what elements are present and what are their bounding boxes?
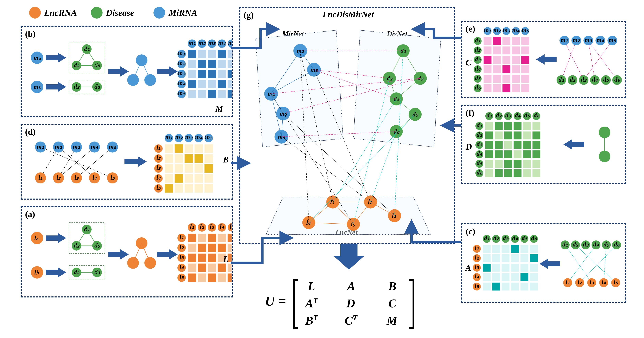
svg-text:m₃: m₃ [178,70,186,77]
svg-rect-61 [198,70,206,78]
svg-rect-350 [521,84,530,92]
svg-marker-441 [564,139,584,149]
svg-text:m₅: m₅ [609,37,616,44]
svg-marker-352 [536,54,556,65]
svg-text:d₃: d₃ [94,269,100,275]
panel-c-label: (c) [466,226,475,236]
svg-text:LncDisMirNet: LncDisMirNet [322,10,374,19]
svg-rect-74 [227,89,232,98]
svg-rect-57 [208,60,216,69]
svg-text:l₄: l₄ [92,174,97,181]
svg-text:D: D [466,142,472,151]
svg-line-13 [76,49,87,65]
panel-b-label: (b) [25,29,36,39]
svg-marker-5 [46,82,66,92]
svg-rect-411 [494,131,503,140]
svg-text:m₄: m₄ [512,27,520,34]
svg-rect-467 [482,245,491,253]
svg-rect-407 [513,122,522,130]
svg-rect-135 [184,164,193,173]
svg-text:m₂: m₂ [178,60,186,67]
svg-text:m₅: m₅ [522,27,529,34]
svg-text:m₁: m₁ [37,143,44,150]
svg-marker-526 [334,244,364,270]
svg-rect-426 [523,150,531,158]
svg-rect-336 [483,65,492,74]
panel-f-svg: d₁d₂d₃d₄d₅d₆d₁d₂d₃d₄d₅d₆ D [462,106,625,183]
panel-f: (f) d₁d₂d₃d₄d₅d₆d₁d₂d₃d₄d₅d₆ D [461,105,626,184]
svg-text:d₂: d₂ [494,235,499,241]
svg-rect-50 [188,50,196,59]
svg-text:d₅: d₅ [604,241,609,248]
svg-marker-102 [124,156,147,167]
svg-line-353 [588,41,617,80]
svg-rect-481 [501,263,510,272]
svg-rect-425 [513,150,522,158]
svg-text:d₃: d₃ [94,83,100,90]
svg-rect-477 [520,254,528,262]
svg-text:d₁: d₁ [475,37,480,44]
svg-rect-207 [218,243,226,252]
svg-text:d₄: d₄ [394,95,400,102]
panel-c: (c) d₁d₂d₃d₄d₅d₆l₁l₂l₃l₄l₅ A d₁d₂d₃d₄d₅d… [461,223,626,303]
svg-text:m₃: m₃ [208,39,216,46]
svg-rect-342 [493,75,501,83]
svg-rect-217 [218,263,226,272]
svg-text:d₁: d₁ [486,112,492,119]
svg-text:A: A [346,280,355,293]
svg-rect-70 [188,89,196,98]
legend-mir-label: MiRNA [168,8,197,18]
panel-a-label: (a) [25,209,35,219]
svg-text:d₂: d₂ [475,46,481,53]
svg-rect-206 [208,243,216,252]
svg-rect-221 [208,273,216,282]
svg-rect-202 [218,233,226,242]
svg-rect-416 [485,141,494,149]
panel-a-svg: lₐ l♭ d₁ d₂ d₅ d₂ d₃ l₁l₂l₃l₄l₅l₁l₂l₃l₄l… [22,207,232,296]
svg-marker-4 [46,53,66,63]
svg-rect-483 [520,263,528,272]
svg-rect-334 [512,56,520,64]
svg-rect-428 [485,159,494,168]
svg-rect-348 [502,84,510,92]
svg-text:l₄: l₄ [475,273,479,280]
svg-marker-178 [157,249,178,260]
svg-rect-209 [188,253,196,262]
svg-rect-218 [227,263,232,272]
svg-text:l₁: l₁ [190,223,194,230]
svg-rect-53 [218,50,226,59]
svg-rect-72 [208,89,216,98]
svg-rect-347 [493,84,501,92]
svg-text:m₄: m₄ [218,39,226,46]
svg-rect-437 [513,169,522,178]
svg-text:m₅: m₅ [178,90,186,97]
svg-text:d₅: d₅ [477,159,482,166]
svg-rect-327 [493,46,501,55]
svg-rect-422 [485,150,494,158]
svg-rect-344 [512,75,520,83]
svg-rect-62 [208,70,216,78]
svg-text:m₂: m₂ [493,27,501,34]
svg-rect-438 [523,169,531,178]
svg-rect-341 [483,75,492,83]
svg-text:l₁: l₁ [180,234,184,240]
svg-rect-133 [164,164,173,173]
svg-text:d₆: d₆ [614,241,620,248]
svg-text:d₄: d₄ [477,150,482,157]
legend-disease: Disease [91,7,134,19]
svg-text:l₅: l₅ [230,223,232,230]
svg-line-162 [76,229,87,246]
svg-text:m₂: m₂ [198,39,206,46]
panel-d-label: (d) [25,127,36,137]
svg-text:l₂: l₂ [180,244,184,250]
svg-text:d₄: d₄ [592,76,598,83]
svg-text:d₃: d₃ [503,235,509,241]
svg-text:C: C [388,297,396,310]
svg-rect-337 [493,65,501,74]
svg-text:l₄: l₄ [602,279,606,286]
svg-rect-491 [482,282,491,291]
svg-text:m₂: m₂ [573,37,580,44]
svg-rect-331 [483,56,492,64]
svg-text:m₃: m₃ [185,134,193,141]
svg-rect-486 [492,273,500,281]
